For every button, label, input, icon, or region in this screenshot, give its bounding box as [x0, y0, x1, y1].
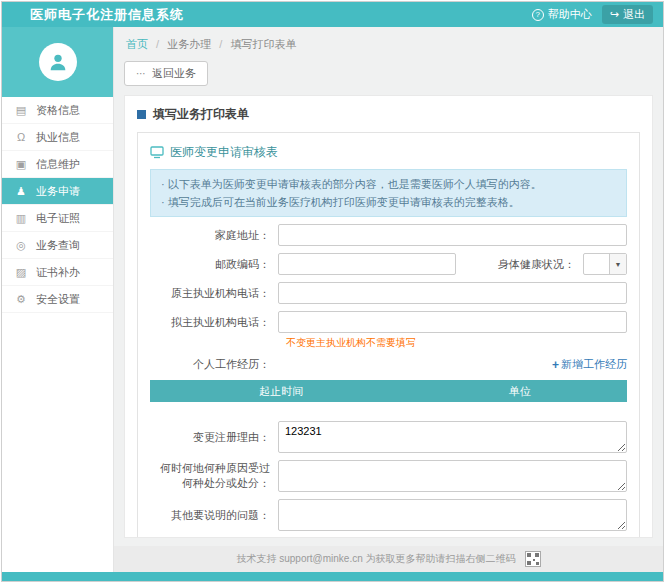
bottom-accent-strip	[2, 572, 663, 581]
footer: 技术支持 support@minke.cn 为获取更多帮助请扫描右侧二维码	[114, 546, 663, 572]
sidebar-item-label: 执业信息	[36, 130, 80, 145]
section-square-icon	[137, 110, 146, 119]
work-history-table-header: 起止时间 单位	[150, 380, 627, 402]
chevron-down-icon: ▼	[609, 254, 626, 274]
main-content: 首页 / 业务办理 / 填写打印表单 ⋯ 返回业务 填写业务打印表单	[114, 27, 663, 572]
breadcrumb-current: 填写打印表单	[230, 38, 296, 50]
add-work-history-link[interactable]: + 新增工作经历	[552, 357, 627, 372]
business-query-icon: ◎	[15, 239, 27, 252]
help-icon: ?	[532, 9, 544, 21]
qr-code-icon	[525, 551, 541, 567]
other-issues-label: 其他要说明的问题：	[150, 508, 278, 523]
sidebar-item-security-settings[interactable]: ⚙ 安全设置	[2, 286, 113, 313]
app-window: 医师电子化注册信息系统 ? 帮助中心 ↪ 退出	[1, 1, 664, 582]
plus-icon: +	[552, 358, 559, 372]
footer-text: 技术支持 support@minke.cn 为获取更多帮助请扫描右侧二维码	[236, 552, 515, 566]
maintenance-icon: ▣	[15, 158, 27, 171]
back-to-business-button[interactable]: ⋯ 返回业务	[124, 61, 208, 86]
work-history-label: 个人工作经历：	[150, 357, 278, 372]
sidebar-item-info-maintenance[interactable]: ▣ 信息维护	[2, 151, 113, 178]
doctor-icon	[47, 51, 69, 73]
sidebar-item-label: 信息维护	[36, 157, 80, 172]
punishment-label: 何时何地何种原因受过何种处分或处分：	[150, 461, 278, 491]
e-certificate-icon: ▥	[15, 212, 27, 225]
change-reason-label: 变更注册理由：	[150, 430, 278, 445]
info-line: 填写完成后可在当前业务医疗机构打印医师变更申请审核表的完整表格。	[161, 193, 616, 211]
form-panel: 填写业务打印表单 医师变更申请审核表 以下表单为医师变更申请审核表的部分内容，也…	[124, 95, 653, 538]
sidebar-item-business-application[interactable]: ♟ 业务申请	[2, 178, 113, 205]
work-history-table-body	[150, 402, 627, 414]
home-address-input[interactable]	[278, 224, 627, 246]
sidebar-item-label: 资格信息	[36, 103, 80, 118]
help-center-link[interactable]: ? 帮助中心	[532, 7, 592, 22]
logout-button[interactable]: ↪ 退出	[602, 5, 653, 24]
back-button-label: 返回业务	[152, 66, 196, 81]
review-form-card: 医师变更申请审核表 以下表单为医师变更申请审核表的部分内容，也是需要医师个人填写…	[137, 132, 640, 538]
security-settings-icon: ⚙	[15, 293, 27, 306]
postal-code-label: 邮政编码：	[150, 257, 278, 272]
sidebar-item-label: 证书补办	[36, 265, 80, 280]
logout-label: 退出	[623, 7, 645, 22]
avatar[interactable]	[39, 43, 77, 81]
proposed-org-phone-note: 不变更主执业机构不需要填写	[286, 333, 627, 350]
health-status-select[interactable]: ▼	[583, 253, 627, 275]
health-status-label: 身体健康状况：	[498, 257, 575, 272]
sidebar-item-label: 电子证照	[36, 211, 80, 226]
sidebar-item-practice-info[interactable]: Ω 执业信息	[2, 124, 113, 151]
postal-code-input[interactable]	[278, 253, 456, 275]
qualification-icon: ▤	[15, 104, 27, 117]
avatar-block	[2, 27, 113, 97]
sidebar-item-label: 安全设置	[36, 292, 80, 307]
change-reason-textarea[interactable]: 123231	[278, 421, 627, 453]
sidebar-item-label: 业务申请	[36, 184, 80, 199]
back-icon: ⋯	[136, 68, 146, 79]
sidebar-item-business-query[interactable]: ◎ 业务查询	[2, 232, 113, 259]
original-org-phone-label: 原主执业机构电话：	[150, 286, 278, 301]
breadcrumb-home[interactable]: 首页	[126, 38, 148, 50]
sidebar: ▤ 资格信息 Ω 执业信息 ▣ 信息维护 ♟ 业务申请 ▥ 电子证照 ◎ 业务查…	[2, 27, 114, 572]
logout-icon: ↪	[610, 8, 619, 21]
other-issues-textarea[interactable]	[278, 499, 627, 531]
proposed-org-phone-label: 拟主执业机构电话：	[150, 315, 278, 330]
column-header-unit: 单位	[412, 384, 627, 399]
section-title: 填写业务打印表单	[137, 106, 640, 123]
breadcrumb-separator: /	[156, 38, 159, 50]
info-line: 以下表单为医师变更申请审核表的部分内容，也是需要医师个人填写的内容。	[161, 175, 616, 193]
help-label: 帮助中心	[548, 7, 592, 22]
info-box: 以下表单为医师变更申请审核表的部分内容，也是需要医师个人填写的内容。 填写完成后…	[150, 169, 627, 217]
column-header-period: 起止时间	[150, 384, 412, 399]
card-title-text: 医师变更申请审核表	[170, 144, 278, 161]
add-work-history-label: 新增工作经历	[561, 357, 627, 372]
breadcrumb-separator: /	[219, 38, 222, 50]
practice-icon: Ω	[15, 131, 27, 143]
original-org-phone-input[interactable]	[278, 282, 627, 304]
card-title: 医师变更申请审核表	[150, 142, 627, 169]
punishment-textarea[interactable]	[278, 460, 627, 492]
app-title: 医师电子化注册信息系统	[30, 6, 184, 24]
sidebar-item-certificate-reissue[interactable]: ▨ 证书补办	[2, 259, 113, 286]
home-address-label: 家庭地址：	[150, 228, 278, 243]
certificate-reissue-icon: ▨	[15, 266, 27, 279]
proposed-org-phone-input[interactable]	[278, 311, 627, 333]
sidebar-item-e-certificate[interactable]: ▥ 电子证照	[2, 205, 113, 232]
breadcrumb-business[interactable]: 业务办理	[167, 38, 211, 50]
business-application-icon: ♟	[15, 185, 27, 198]
top-header: 医师电子化注册信息系统 ? 帮助中心 ↪ 退出	[2, 2, 663, 27]
form-document-icon	[150, 146, 164, 159]
breadcrumb: 首页 / 业务办理 / 填写打印表单	[124, 35, 653, 61]
work-history-table: 起止时间 单位	[150, 380, 627, 414]
sidebar-item-qualification-info[interactable]: ▤ 资格信息	[2, 97, 113, 124]
sidebar-item-label: 业务查询	[36, 238, 80, 253]
